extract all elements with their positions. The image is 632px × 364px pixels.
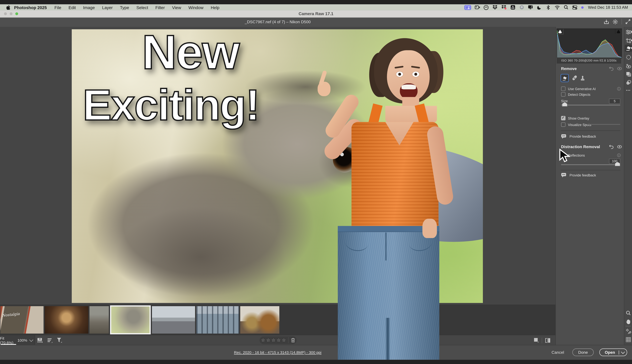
crop-rotate-icon[interactable] — [626, 38, 631, 43]
white-balance-eyedropper-icon[interactable] — [626, 328, 631, 334]
detect-objects-label: Detect Objects — [568, 92, 590, 96]
screen-record-icon[interactable] — [475, 5, 480, 10]
distraction-feedback-link[interactable]: Provide feedback — [561, 173, 596, 178]
menu-layer[interactable]: Layer — [98, 5, 116, 10]
zoom-fit-tab[interactable]: Fit (70.6%) — [0, 335, 17, 345]
focus-moon-icon[interactable] — [537, 5, 542, 10]
app-triangle-icon[interactable] — [510, 5, 516, 10]
remove-tool-rail-button[interactable] — [625, 44, 632, 52]
menu-file[interactable]: File — [51, 5, 65, 10]
thumbnail-storefront[interactable]: Nostalgia — [0, 306, 44, 334]
delete-trash-icon[interactable] — [291, 338, 295, 342]
use-generative-ai-checkbox[interactable] — [561, 86, 566, 91]
done-button[interactable]: Done — [572, 348, 594, 356]
open-button[interactable]: Open — [600, 348, 627, 356]
distraction-undo-icon[interactable] — [609, 144, 614, 149]
sort-order-icon[interactable] — [47, 338, 53, 342]
exif-info: ISO 360 70-200@200 mm f/2.8 1/200s — [557, 58, 621, 64]
thumbnail-city-aerial[interactable] — [152, 306, 195, 334]
menu-window[interactable]: Window — [185, 5, 207, 10]
clone-stamp-tool-button[interactable] — [580, 76, 585, 81]
view-divider — [542, 337, 542, 343]
menu-view[interactable]: View — [168, 5, 185, 10]
detect-objects-row[interactable]: Detect Objects — [561, 92, 590, 96]
dropbox-icon[interactable] — [492, 5, 498, 10]
reflections-slider[interactable] — [561, 164, 620, 165]
detect-objects-checkbox[interactable] — [561, 92, 566, 96]
control-center-icon[interactable] — [572, 5, 578, 10]
menu-filter[interactable]: Filter — [152, 5, 168, 10]
remove-undo-icon[interactable] — [609, 66, 614, 71]
star-4[interactable]: ☆ — [277, 338, 280, 342]
menu-edit[interactable]: Edit — [65, 5, 80, 10]
zoom-tool-icon[interactable] — [626, 310, 631, 316]
reflections-info-icon[interactable]: ⓘ — [617, 153, 621, 158]
dropbox-notification-icon[interactable] — [501, 5, 506, 10]
menu-type[interactable]: Type — [116, 5, 133, 10]
screen-sharing-icon[interactable] — [464, 5, 471, 10]
panel-indicator-dot — [631, 39, 632, 41]
display-icon[interactable] — [528, 5, 533, 10]
menubar-app-name[interactable]: Photoshop 2025 — [11, 5, 51, 10]
generative-ai-info-icon[interactable]: ⓘ — [617, 86, 621, 92]
creative-cloud-icon[interactable] — [484, 5, 489, 10]
hand-tool-icon[interactable] — [626, 319, 631, 324]
thumbnail-armchairs[interactable] — [240, 306, 279, 334]
masking-icon[interactable] — [626, 54, 631, 60]
single-view-icon[interactable] — [534, 338, 539, 343]
remove-tool-button[interactable] — [561, 74, 569, 82]
heal-tool-button[interactable] — [572, 75, 577, 81]
thumbnail-orangutan[interactable] — [45, 306, 88, 334]
mouse-cursor — [559, 148, 571, 163]
bluetooth-icon[interactable] — [546, 5, 551, 10]
spotlight-search-icon[interactable] — [563, 5, 568, 10]
shadow-clipping-indicator[interactable] — [557, 29, 564, 34]
use-generative-ai-label: Use Generative AI — [568, 87, 596, 91]
edit-panel: ISO 360 70-200@200 mm f/2.8 1/200s Remov… — [556, 27, 624, 345]
menu-help[interactable]: Help — [207, 5, 223, 10]
apple-menu-icon[interactable] — [6, 5, 11, 10]
menu-select[interactable]: Select — [133, 5, 152, 10]
snapshots-icon[interactable] — [626, 80, 631, 85]
thumbnail-vulture-selected[interactable] — [110, 305, 151, 334]
assistant-orb-icon[interactable] — [519, 5, 524, 10]
filmstrip-layout-icon[interactable] — [37, 338, 43, 343]
filename-bar: _DSC7967.nef (4 of 7) – Nikon D500 — [0, 17, 632, 27]
visualize-spots-checkbox[interactable] — [561, 122, 566, 127]
visualize-spots-row[interactable]: Visualize Spots — [561, 122, 591, 127]
fullscreen-toggle-icon[interactable] — [626, 19, 630, 24]
wifi-icon[interactable] — [554, 5, 560, 10]
filter-icon[interactable] — [57, 338, 62, 343]
distraction-visibility-eye-icon[interactable] — [617, 145, 622, 149]
grid-overlay-icon[interactable] — [626, 337, 631, 342]
star-5[interactable]: ☆ — [282, 338, 286, 342]
preferences-gear-icon[interactable] — [613, 19, 618, 24]
more-options-icon[interactable]: ••• — [626, 87, 631, 93]
zoom-level-dropdown[interactable] — [28, 335, 35, 345]
save-image-icon[interactable] — [604, 19, 609, 24]
before-after-view-icon[interactable] — [545, 338, 550, 342]
show-overlay-checkbox[interactable] — [561, 116, 566, 120]
use-generative-ai-row[interactable]: Use Generative AI — [561, 86, 596, 91]
open-options-dropdown[interactable] — [619, 350, 627, 354]
cancel-button[interactable]: Cancel — [549, 349, 566, 356]
presets-icon[interactable] — [626, 71, 631, 77]
edit-sliders-icon[interactable] — [626, 29, 631, 35]
remove-section-title: Remove — [561, 66, 577, 71]
menubar-clock[interactable]: Wed Dec 18 11:53 AM — [588, 5, 628, 10]
remove-visibility-eye-icon[interactable] — [617, 67, 622, 70]
remove-feedback-link[interactable]: Provide feedback — [561, 134, 596, 139]
red-eye-icon[interactable] — [626, 63, 631, 69]
zoom-100-tab[interactable]: 100% — [17, 335, 28, 345]
histogram[interactable] — [557, 28, 622, 58]
show-overlay-row[interactable]: Show Overlay — [561, 116, 589, 120]
star-1[interactable]: ☆ — [261, 338, 265, 342]
star-3[interactable]: ☆ — [272, 338, 276, 342]
thumbnail-monkeys[interactable] — [90, 306, 109, 334]
size-value-field[interactable]: 5 — [609, 98, 620, 104]
highlight-clipping-indicator[interactable] — [615, 29, 622, 34]
star-2[interactable]: ☆ — [266, 338, 270, 342]
size-slider[interactable] — [561, 105, 620, 106]
thumbnail-skyscrapers[interactable] — [196, 306, 239, 334]
menu-image[interactable]: Image — [80, 5, 98, 10]
